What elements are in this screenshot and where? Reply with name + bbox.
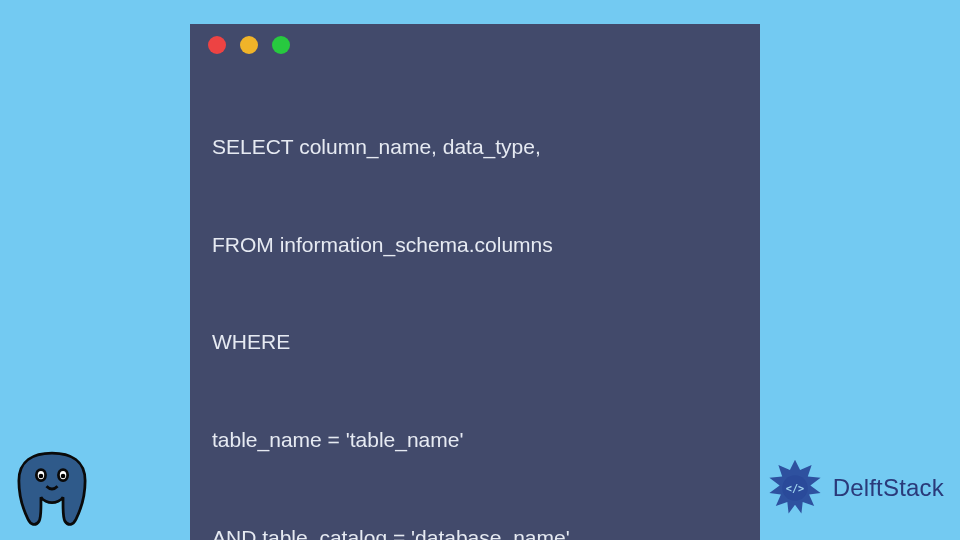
code-block: SELECT column_name, data_type, FROM info…: [190, 60, 760, 540]
brand-name: DelftStack: [833, 474, 944, 502]
maximize-icon: [272, 36, 290, 54]
delftstack-badge-icon: </>: [763, 456, 827, 520]
code-line: FROM information_schema.columns: [212, 229, 740, 262]
code-line: SELECT column_name, data_type,: [212, 131, 740, 164]
postgresql-elephant-icon: [6, 442, 98, 534]
svg-point-2: [39, 474, 44, 479]
brand: </> DelftStack: [763, 456, 944, 520]
svg-text:</>: </>: [785, 482, 804, 494]
window-titlebar: [190, 24, 760, 60]
svg-point-3: [61, 474, 66, 479]
code-line: table_name = 'table_name': [212, 424, 740, 457]
close-icon: [208, 36, 226, 54]
code-line: WHERE: [212, 326, 740, 359]
code-window: SELECT column_name, data_type, FROM info…: [190, 24, 760, 540]
minimize-icon: [240, 36, 258, 54]
code-line: AND table_catalog = 'database_name': [212, 522, 740, 540]
